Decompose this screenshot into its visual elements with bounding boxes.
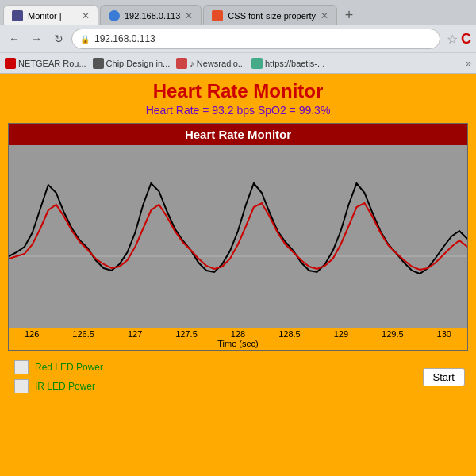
x-label-5: 128.5 — [278, 329, 301, 339]
chart-header: Heart Rate Monitor — [9, 124, 467, 145]
x-axis-labels: 126 126.5 127 127.5 128 128.5 129 129.5 … — [17, 329, 459, 339]
red-led-label: Red LED Power — [35, 362, 103, 373]
address-field[interactable]: 🔒 192.168.0.113 — [71, 29, 440, 49]
bookmark-label-netgear: NETGEAR Rou... — [18, 59, 86, 68]
x-label-0: 126 — [25, 329, 39, 339]
bookmark-news[interactable]: ♪ Newsradio... — [176, 58, 245, 69]
bookmark-favicon-baetis — [251, 58, 263, 69]
address-bar-row: ← → ↻ 🔒 192.168.0.113 ☆ C — [0, 25, 476, 52]
bookmark-label-baetis: https://baetis-... — [265, 59, 324, 68]
tab-monitor[interactable]: Monitor | ✕ — [3, 5, 98, 25]
new-tab-button[interactable]: + — [339, 5, 359, 25]
bookmark-favicon-netgear — [5, 58, 16, 69]
bookmark-favicon-chip — [93, 58, 104, 69]
forward-button[interactable]: → — [27, 29, 46, 48]
x-label-7: 129.5 — [382, 329, 404, 339]
bookmark-star-button[interactable]: ☆ — [447, 32, 458, 47]
x-label-1: 126.5 — [72, 329, 94, 339]
tab-css[interactable]: CSS font-size property ✕ — [203, 5, 337, 25]
lock-icon: 🔒 — [80, 35, 90, 44]
red-led-control: Red LED Power — [14, 360, 103, 374]
led-controls: Red LED Power IR LED Power — [11, 357, 106, 397]
tab-bar: Monitor | ✕ 192.168.0.113 ✕ CSS font-siz… — [0, 0, 476, 25]
ir-led-box — [14, 379, 29, 393]
bookmarks-more-button[interactable]: » — [466, 58, 471, 69]
address-text: 192.168.0.113 — [94, 33, 155, 44]
tab-close-css[interactable]: ✕ — [321, 10, 328, 21]
subtitle: Heart Rate = 93.2 bps SpO2 = 99.3% — [146, 104, 331, 117]
tab-close-monitor[interactable]: ✕ — [82, 10, 90, 21]
bookmark-netgear[interactable]: NETGEAR Rou... — [5, 58, 86, 69]
x-label-6: 129 — [334, 329, 348, 339]
page-content: Heart Rate Monitor Heart Rate = 93.2 bps… — [0, 74, 476, 476]
tab-ip[interactable]: 192.168.0.113 ✕ — [100, 5, 202, 25]
bookmark-baetis[interactable]: https://baetis-... — [251, 58, 324, 69]
tab-close-ip[interactable]: ✕ — [185, 10, 193, 21]
bookmark-label-chip: Chip Design in... — [106, 59, 171, 68]
page-title: Heart Rate Monitor — [153, 80, 324, 102]
tab-favicon-monitor — [12, 10, 23, 21]
refresh-button[interactable]: ↻ — [49, 29, 68, 48]
chart-area — [9, 145, 467, 328]
controls-row: Red LED Power IR LED Power Start — [8, 351, 468, 400]
ir-led-control: IR LED Power — [14, 379, 103, 393]
red-led-box — [14, 360, 29, 374]
browser-chrome: Monitor | ✕ 192.168.0.113 ✕ CSS font-siz… — [0, 0, 476, 74]
tab-favicon-ip — [109, 10, 120, 21]
x-label-3: 127.5 — [175, 329, 198, 339]
tab-label-ip: 192.168.0.113 — [125, 11, 180, 21]
bookmark-label-news: ♪ Newsradio... — [190, 59, 245, 68]
tab-label-css: CSS font-size property — [228, 11, 316, 21]
start-button[interactable]: Start — [423, 368, 465, 386]
chart-container: Heart Rate Monitor 126 126.5 127 127.5 1… — [8, 123, 468, 351]
x-axis-container: 126 126.5 127 127.5 128 128.5 129 129.5 … — [9, 328, 467, 350]
browser-menu-button[interactable]: C — [461, 31, 471, 48]
bookmark-favicon-news — [176, 58, 187, 69]
ir-led-label: IR LED Power — [35, 381, 95, 392]
x-label-4: 128 — [231, 329, 245, 339]
bookmarks-bar: NETGEAR Rou... Chip Design in... ♪ Newsr… — [0, 52, 476, 73]
x-label-2: 127 — [128, 329, 142, 339]
back-button[interactable]: ← — [5, 29, 24, 48]
tab-favicon-css — [212, 10, 223, 21]
tab-label-monitor: Monitor | — [28, 11, 62, 21]
bookmark-chip[interactable]: Chip Design in... — [93, 58, 171, 69]
x-label-8: 130 — [437, 329, 451, 339]
x-axis-title: Time (sec) — [17, 339, 459, 350]
